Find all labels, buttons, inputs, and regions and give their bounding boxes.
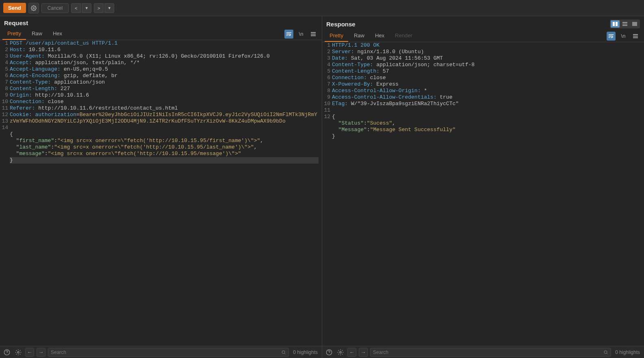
cancel-button[interactable]: Cancel [41,3,69,13]
request-panel: Request Pretty Raw Hex \n 12345678910111… [0,16,322,358]
svg-point-3 [282,351,285,354]
wrap-icon[interactable] [284,30,293,39]
tab-hex[interactable]: Hex [370,30,389,42]
top-toolbar: Send Cancel < ▼ > ▼ [0,0,644,16]
request-editor[interactable]: 1234567891011121314 POST /user/api/conta… [0,40,322,346]
search-box[interactable] [48,348,289,357]
svg-rect-6 [622,22,627,24]
settings-icon[interactable] [14,348,23,357]
search-input[interactable] [51,349,281,355]
svg-rect-4 [613,22,615,26]
search-input[interactable] [373,349,603,355]
wrap-icon[interactable] [607,32,616,41]
svg-rect-7 [622,24,627,26]
nav-back-icon[interactable]: ← [347,348,356,357]
search-icon [603,350,608,355]
main-area: Request Pretty Raw Hex \n 12345678910111… [0,16,644,358]
tab-pretty[interactable]: Pretty [325,30,348,42]
highlights-count: 0 highlights [614,349,642,355]
settings-icon[interactable] [336,348,345,357]
search-icon [281,350,286,355]
nav-forward-icon[interactable]: → [37,348,46,357]
svg-point-2 [17,352,19,353]
next-dropdown[interactable]: ▼ [104,3,114,13]
nav-back-icon[interactable]: ← [25,348,34,357]
help-icon[interactable] [2,348,11,357]
hamburger-icon[interactable] [309,30,318,39]
highlights-count: 0 highlights [291,349,319,355]
tab-raw[interactable]: Raw [349,30,369,42]
response-footer: ← → 0 highlights [322,346,644,358]
response-tab-row: Pretty Raw Hex Render \n [322,30,644,42]
escape-icon[interactable]: \n [297,30,306,39]
help-icon[interactable] [325,348,334,357]
layout-toggles [610,19,640,28]
nav-forward-icon[interactable]: → [359,348,368,357]
svg-rect-8 [632,22,637,26]
response-editor[interactable]: 123456789101112 HTTP/1.1 200 OKServer: n… [322,42,644,346]
response-title: Response [326,21,356,28]
request-title: Request [4,19,28,26]
send-button[interactable]: Send [3,3,26,13]
layout-rows-icon[interactable] [620,20,629,28]
svg-point-0 [33,7,35,9]
layout-single-icon[interactable] [630,20,639,28]
tab-hex[interactable]: Hex [48,28,67,40]
svg-point-10 [340,352,341,353]
escape-icon[interactable]: \n [619,32,628,41]
tab-render[interactable]: Render [390,30,417,42]
prev-group: < ▼ [71,3,91,13]
request-footer: ← → 0 highlights [0,346,322,358]
next-button[interactable]: > [94,3,104,13]
prev-button[interactable]: < [71,3,81,13]
tab-raw[interactable]: Raw [27,28,47,40]
gear-icon[interactable] [28,3,39,13]
search-box[interactable] [370,348,611,357]
next-group: > ▼ [94,3,114,13]
prev-dropdown[interactable]: ▼ [82,3,91,13]
layout-columns-icon[interactable] [611,20,620,28]
response-panel: Response Pretty Raw Hex Render [322,16,644,358]
svg-point-11 [604,351,607,354]
hamburger-icon[interactable] [631,32,640,41]
svg-rect-5 [616,22,618,26]
tab-pretty[interactable]: Pretty [2,28,26,40]
request-tab-row: Pretty Raw Hex \n [0,28,322,40]
